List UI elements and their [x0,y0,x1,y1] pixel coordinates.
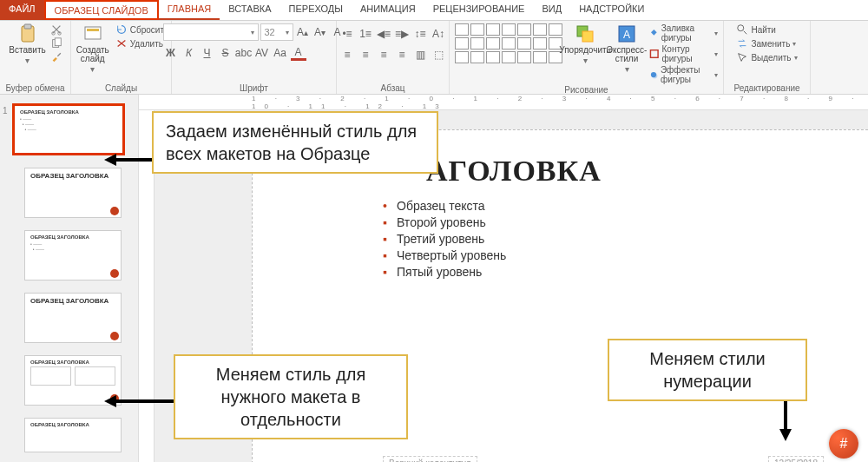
paste-button[interactable]: Вставить ▾ [9,23,47,65]
svg-marker-21 [779,429,792,441]
shadow-button[interactable]: abc [236,45,252,61]
italic-button[interactable]: К [181,45,197,61]
shapes-gallery[interactable] [455,23,562,63]
select-button[interactable]: Выделить▾ [736,51,797,63]
find-button[interactable]: Найти [736,23,797,36]
decrease-indent-button[interactable]: ◀≡ [376,26,391,42]
shape-fill-button[interactable]: Заливка фигуры▾ [649,23,718,43]
badge-icon [110,269,119,278]
font-name-select[interactable]: ▾ [163,23,259,41]
svg-marker-19 [104,395,116,407]
char-spacing-button[interactable]: AV [254,45,270,61]
body-placeholder[interactable]: Образец текста Второй уровень Третий уро… [253,199,868,279]
fill-icon [649,27,659,39]
tab-slide-master[interactable]: ОБРАЗЕЦ СЛАЙДОВ [44,0,159,20]
copy-button[interactable] [50,37,62,50]
columns-button[interactable]: ▥ [412,47,428,63]
new-slide-button[interactable]: Создать слайд ▾ [74,23,112,74]
tab-file[interactable]: ФАЙЛ [0,0,44,20]
text-direction-button[interactable]: A↕ [431,26,446,42]
group-font: ▾ 32▾ A▴ A▾ A Ж К Ч S abc AV Aa A Шрифт [172,21,337,94]
group-font-label: Шрифт [240,82,268,93]
paste-label: Вставить [9,46,45,55]
tab-home[interactable]: ГЛАВНАЯ [159,0,220,20]
font-color-button[interactable]: A [291,45,306,61]
dropdown-caret-icon: ▾ [251,29,254,36]
change-case-button[interactable]: Aa [273,45,288,61]
delete-icon [115,37,128,50]
svg-rect-5 [55,38,61,46]
tab-transitions[interactable]: ПЕРЕХОДЫ [280,0,352,20]
align-right-button[interactable]: ≡ [376,47,391,63]
format-painter-button[interactable] [50,51,62,63]
bullets-button[interactable]: •≡ [339,26,355,42]
group-editing: Найти Заменить▾ Выделить▾ Редактирование [724,21,811,94]
numbering-button[interactable]: 1≡ [358,26,373,42]
styles-icon: A [616,23,637,44]
replace-button[interactable]: Заменить▾ [736,37,797,50]
svg-rect-9 [582,31,593,42]
increase-indent-button[interactable]: ≡▶ [394,26,410,42]
brush-icon [50,51,62,63]
reset-icon [115,23,128,36]
shape-outline-button[interactable]: Контур фигуры▾ [649,44,718,63]
group-paragraph-label: Абзац [380,82,404,93]
new-slide-icon [82,23,103,44]
svg-point-15 [738,25,744,31]
arrange-icon [575,23,595,44]
tab-addins[interactable]: НАДСТРОЙКИ [570,0,653,20]
footer-placeholder[interactable]: Верхний колонтитул [383,456,477,462]
delete-button[interactable]: Удалить [115,37,168,50]
date-placeholder[interactable]: 12/25/2018 [768,456,824,462]
tab-review[interactable]: РЕЦЕНЗИРОВАНИЕ [424,0,534,20]
find-icon [736,23,748,36]
justify-button[interactable]: ≡ [394,47,410,63]
effects-icon [649,69,658,81]
group-slides: Создать слайд ▾ Сбросить Удалить Слайды [71,21,172,94]
line-spacing-button[interactable]: ↕≡ [412,26,428,42]
thumb-layout-2[interactable]: ОБРАЗЕЦ ЗАГОЛОВКА • —— • —— [24,230,122,280]
underline-button[interactable]: Ч [200,45,215,61]
align-center-button[interactable]: ≡ [358,47,373,63]
group-drawing: Упорядочить▾ A Экспресс-стили▾ Заливка ф… [450,21,724,94]
copy-icon [50,37,62,50]
badge-icon [110,207,119,215]
group-paragraph: •≡ 1≡ ◀≡ ≡▶ ↕≡ A↕ ≡ ≡ ≡ ≡ ▥ ⬚ Абзац [337,21,450,94]
smartart-button[interactable]: ⬚ [431,47,446,63]
group-slides-label: Слайды [105,82,137,93]
font-size-select[interactable]: 32▾ [260,23,293,41]
group-editing-label: Редактирование [733,82,799,93]
thumb-layout-3[interactable]: ОБРАЗЕЦ ЗАГОЛОВКА [24,293,122,343]
ribbon: Вставить ▾ Буфер обмена Создать слайд ▾ … [0,21,868,95]
tab-animation[interactable]: АНИМАЦИЯ [352,0,424,20]
thumb-layout-1[interactable]: ОБРАЗЕЦ ЗАГОЛОВКА [24,168,122,218]
grow-font-button[interactable]: A▴ [295,24,311,40]
tab-insert[interactable]: ВСТАВКА [220,0,279,20]
callout-layout-style: Меняем стиль для нужного макета в отдель… [174,354,408,439]
shape-effects-button[interactable]: Эффекты фигуры▾ [649,65,718,84]
align-left-button[interactable]: ≡ [339,47,355,63]
new-slide-label: Создать слайд [74,46,112,63]
callout-numbering: Меняем стили нумерации [608,339,807,401]
strike-button[interactable]: S [218,45,233,61]
svg-rect-7 [87,29,99,31]
bold-button[interactable]: Ж [163,45,179,61]
arrange-button[interactable]: Упорядочить▾ [566,23,604,65]
tab-view[interactable]: ВИД [533,0,570,20]
arrow-to-layout [104,393,177,410]
new-slide-caret-icon: ▾ [90,65,95,74]
quick-styles-button[interactable]: A Экспресс-стили▾ [608,23,646,74]
cut-button[interactable] [50,23,62,36]
cut-icon [50,23,62,36]
outline-icon [649,48,660,60]
shrink-font-button[interactable]: A▾ [312,24,328,40]
reset-button[interactable]: Сбросить [115,23,168,36]
thumb-layout-5[interactable]: ОБРАЗЕЦ ЗАГОЛОВКА [24,418,122,452]
callout-master-style: Задаем изменённый стиль для всех макетов… [152,111,438,174]
paste-caret-icon: ▾ [25,56,30,65]
slide-number-icon[interactable]: # [829,429,858,459]
select-icon [736,51,748,63]
thumb-master[interactable]: 1 ОБРАЗЕЦ ЗАГОЛОВКА • —— • —— • —— [12,103,125,155]
paste-icon [17,23,38,44]
group-drawing-label: Рисование [564,84,608,95]
